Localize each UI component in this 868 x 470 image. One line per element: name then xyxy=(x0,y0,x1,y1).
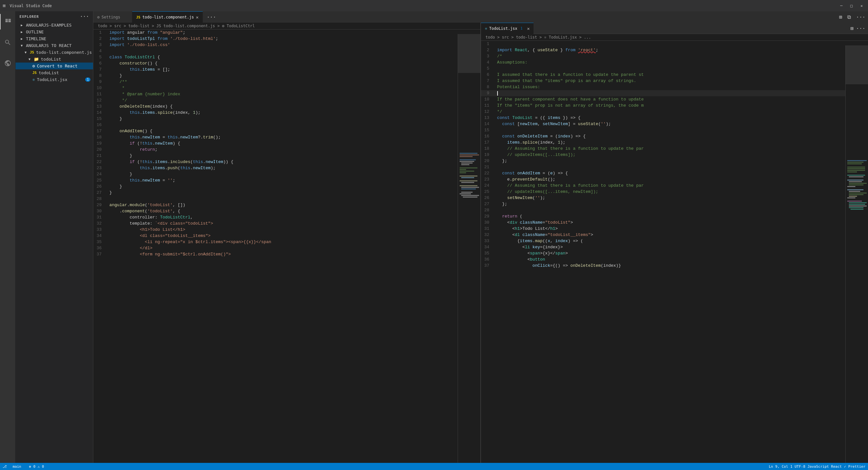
right-breadcrumb-text: todo > src > todo-list > ⚛ TodoList.jsx … xyxy=(486,35,591,39)
chevron-down-icon-2: ▼ xyxy=(21,44,25,47)
sidebar-item-angularjs-to-react[interactable]: ▼ ANGULARJS TO REACT xyxy=(16,42,93,49)
table-row: 28 xyxy=(93,196,480,202)
sidebar-header: EXPLORER ··· xyxy=(16,11,93,22)
activity-bar-git[interactable] xyxy=(0,56,16,71)
chevron-right-icon-2: ▶ xyxy=(21,37,25,40)
svg-rect-33 xyxy=(849,183,867,184)
sidebar-item-todolist-folder[interactable]: ▼ 📁 todoList xyxy=(16,56,93,63)
svg-rect-16 xyxy=(461,187,479,188)
svg-rect-9 xyxy=(460,171,474,172)
status-right: Ln 9, Col 1 UTF-8 JavaScript React ✓ Pre… xyxy=(769,465,865,469)
table-row: 25 this.newItem = ''; xyxy=(93,177,480,184)
table-row: 26 } xyxy=(93,184,480,190)
table-row: 36 </dl> xyxy=(93,245,480,251)
table-row: 20 }; xyxy=(481,158,868,164)
table-row: 9 xyxy=(481,90,868,96)
pane-split-icon[interactable]: ⊞ xyxy=(850,25,854,31)
table-row: 5class TodoListCtrl { xyxy=(93,54,480,60)
minimap-content xyxy=(458,34,480,463)
svg-rect-11 xyxy=(460,176,477,177)
close-button[interactable]: ✕ xyxy=(858,4,865,8)
activity-bar xyxy=(0,11,16,463)
tabs-more-button[interactable]: ··· xyxy=(203,14,220,20)
file-js-icon-2: JS xyxy=(32,71,37,75)
tab-split-button[interactable]: ⊞ xyxy=(836,14,845,20)
svg-rect-5 xyxy=(461,163,472,164)
table-row: 27} xyxy=(93,190,480,196)
sidebar-angularjs-react-label: ANGULARJS TO REACT xyxy=(26,43,72,48)
table-row: 16 xyxy=(93,122,480,128)
sidebar-item-todolist-file[interactable]: JS todoList xyxy=(16,69,93,76)
sidebar-item-todo-component[interactable]: ▼ JS todo-list.component.js xyxy=(16,49,93,56)
svg-rect-24 xyxy=(847,163,862,164)
activity-bar-search[interactable] xyxy=(0,35,16,50)
svg-rect-0 xyxy=(460,153,477,154)
sidebar-item-outline[interactable]: ▶ OUTLINE xyxy=(16,29,93,35)
tab-todo-component[interactable]: JS todo-list.component.js ✕ xyxy=(132,11,203,23)
svg-rect-19 xyxy=(460,193,471,194)
svg-rect-36 xyxy=(847,189,864,190)
svg-rect-12 xyxy=(461,177,474,178)
svg-rect-45 xyxy=(849,206,867,207)
left-code-table: 1import angular from "angular"; 2import … xyxy=(93,30,480,257)
svg-rect-10 xyxy=(460,173,466,174)
left-editor-content[interactable]: 1import angular from "angular"; 2import … xyxy=(93,30,480,463)
table-row: 3/* xyxy=(481,53,868,59)
svg-rect-8 xyxy=(460,169,466,170)
sidebar-item-todolist-jsx[interactable]: ⚛ TodoList.jsx 1 xyxy=(16,76,93,83)
table-row: 29angular.module('todoList', []) xyxy=(93,202,480,208)
tab-overflow-button[interactable]: ··· xyxy=(854,14,868,20)
maximize-button[interactable]: □ xyxy=(848,4,855,8)
chevron-down-icon: ▶ xyxy=(21,23,25,27)
table-row: 15 } xyxy=(93,116,480,122)
sidebar-item-angularjs-examples[interactable]: ▶ ANGULARJS-EXAMPLES xyxy=(16,22,93,29)
minimize-button[interactable]: ─ xyxy=(838,4,845,8)
tab-close-icon[interactable]: ✕ xyxy=(196,14,198,20)
sidebar-timeline-label: TIMELINE xyxy=(26,36,46,41)
svg-rect-41 xyxy=(847,197,855,198)
table-row: 17 onAddItem() { xyxy=(93,128,480,134)
table-row: 3import './todo-list.css' xyxy=(93,42,480,48)
jsx-tab-label: TodoList.jsx xyxy=(489,26,517,31)
table-row: 17 items.splice(index, 1); xyxy=(481,139,868,146)
table-row: 2import React, { useState } from 'react'… xyxy=(481,47,868,53)
sidebar-item-timeline[interactable]: ▶ TIMELINE xyxy=(16,35,93,42)
right-editor-content[interactable]: 1 2import React, { useState } from 'reac… xyxy=(481,41,868,463)
pane-header-actions: ⊞ ··· xyxy=(850,25,868,31)
table-row: 13const TodoList = ({ items }) => { xyxy=(481,115,868,121)
jsx-badge: 1 xyxy=(85,77,90,82)
tab-todolist-jsx[interactable]: ⚛ TodoList.jsx 1 ✕ xyxy=(481,23,533,34)
activity-bar-explorer[interactable] xyxy=(0,14,16,30)
table-row: 15 xyxy=(481,127,868,133)
minimap-slider[interactable] xyxy=(458,34,480,73)
table-row: 26 setNewItem(''); xyxy=(481,195,868,201)
right-minimap-slider[interactable] xyxy=(846,45,868,84)
svg-rect-37 xyxy=(849,191,860,192)
table-row: 9 /** xyxy=(93,79,480,85)
main-layout: EXPLORER ··· ▶ ANGULARJS-EXAMPLES ▶ OUTL… xyxy=(0,11,868,463)
svg-rect-27 xyxy=(847,170,865,171)
sidebar-title: EXPLORER xyxy=(20,14,39,19)
svg-rect-17 xyxy=(461,189,476,190)
file-js-icon: JS xyxy=(30,50,34,55)
left-editor-pane: todo > src > todo-list > JS todo-list.co… xyxy=(93,23,481,463)
right-code-table: 1 2import React, { useState } from 'reac… xyxy=(481,41,868,269)
tabs-bar: ⚙ Settings JS todo-list.component.js ✕ ·… xyxy=(93,11,868,23)
tab-settings[interactable]: ⚙ Settings xyxy=(93,11,132,23)
sidebar: EXPLORER ··· ▶ ANGULARJS-EXAMPLES ▶ OUTL… xyxy=(16,11,93,463)
table-row: 11 * @param {number} index xyxy=(93,91,480,97)
sidebar-more-button[interactable]: ··· xyxy=(80,14,89,19)
tab-layout-button[interactable]: ⧉ xyxy=(845,14,854,20)
app-container: ≡ Visual Studio Code ─ □ ✕ EXPLORER ··· xyxy=(0,0,868,470)
title-bar-actions: ─ □ ✕ xyxy=(838,4,865,8)
sidebar-item-convert-to-react[interactable]: ⚙ Convert to React xyxy=(16,63,93,69)
chevron-right-icon: ▶ xyxy=(21,30,25,34)
svg-rect-46 xyxy=(849,207,864,208)
title-bar-menu-icon[interactable]: ≡ xyxy=(3,3,6,9)
table-row: 24 } xyxy=(93,171,480,177)
tab-js-icon: JS xyxy=(136,15,141,20)
table-row: 18 // Assuming that there is a function … xyxy=(481,146,868,152)
pane-more-icon[interactable]: ··· xyxy=(856,25,865,31)
jsx-tab-close[interactable]: ✕ xyxy=(527,26,530,31)
svg-rect-28 xyxy=(847,171,857,173)
